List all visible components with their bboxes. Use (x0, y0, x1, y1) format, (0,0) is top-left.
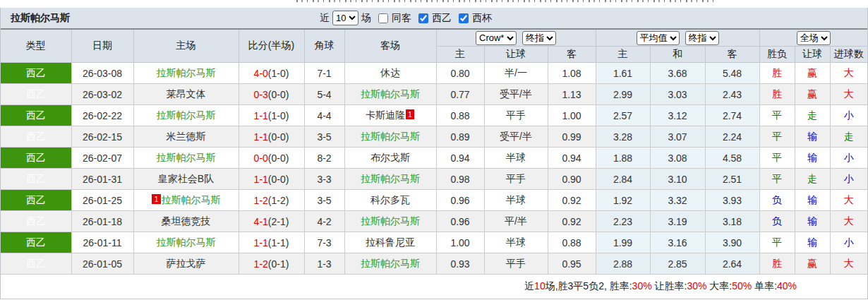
halftime-score: (1-1) (268, 237, 289, 248)
away-odds-cell: 0.90 (548, 169, 596, 190)
away-team-name: 拉斯帕尔马斯 (361, 88, 420, 100)
home-team-name: 拉斯帕尔马斯 (162, 194, 221, 205)
summary-segment: 让胜率: (652, 280, 687, 292)
date-cell: 26-02-22 (71, 105, 133, 126)
result-cell: 胜 (759, 63, 795, 84)
fulltime-score: 1-1 (254, 237, 268, 248)
summary-segment: 10 (534, 280, 545, 292)
team-title: 拉斯帕尔马斯 (1, 12, 70, 25)
home-team-name: 拉斯帕尔马斯 (157, 152, 216, 163)
match-row: 西乙26-02-15米兰德斯1-1(0-0)3-5拉斯帕尔马斯0.89受平/半0… (1, 126, 867, 148)
fulltime-score: 0-0 (254, 152, 268, 164)
summary-segment: 50% (732, 280, 752, 292)
odds-final-select[interactable]: 终指 (522, 31, 556, 45)
avg-home-cell: 1.88 (596, 148, 650, 169)
near-label: 近 (320, 12, 330, 25)
away-team-cell: 拉斯帕尔马斯 (344, 84, 436, 105)
home-team-cell: 拉斯帕尔马斯 (133, 105, 239, 126)
league-type-cell: 西乙 (1, 126, 71, 148)
date-cell: 26-01-25 (71, 190, 133, 211)
avg-draw-cell: 3.68 (650, 63, 705, 84)
league-type-cell: 西乙 (1, 169, 71, 190)
summary-segment: 场,胜3平5负2, 胜率: (545, 280, 632, 292)
result-cell: 负 (759, 211, 795, 232)
handicap-result-cell: 输 (795, 232, 830, 253)
score-cell: 0-0(0-0) (239, 148, 304, 169)
home-odds-cell: 0.77 (436, 84, 484, 105)
away-team-name: 拉斯帕尔马斯 (361, 258, 420, 269)
result-cell: 平 (759, 126, 795, 148)
home-team-cell: 皇家社会B队 (133, 169, 239, 190)
avg-away-cell: 2.74 (705, 105, 759, 126)
corner-cell: 7-3 (304, 232, 344, 253)
halftime-score: (1-2) (268, 195, 289, 206)
avg-home-cell: 2.23 (596, 211, 650, 232)
home-team-cell: 米兰德斯 (133, 126, 239, 148)
home-team-cell: 萨拉戈萨 (133, 253, 239, 275)
handicap-cell: 半球 (484, 148, 548, 169)
date-cell: 26-03-02 (71, 84, 133, 105)
handicap-cell: 半球 (484, 232, 548, 253)
match-count-select[interactable]: 10 (332, 11, 358, 25)
same-away-label: 同客 (392, 12, 411, 25)
league-checkbox[interactable] (418, 13, 428, 23)
halftime-score: (1-0) (268, 110, 289, 121)
home-odds-cell: 0.96 (436, 211, 484, 232)
score-cell: 1-1(1-0) (239, 105, 304, 126)
date-cell: 26-03-08 (71, 63, 133, 84)
goals-result-cell: 大 (830, 190, 867, 211)
same-away-checkbox[interactable] (378, 13, 388, 23)
fulltime-score: 1-2 (254, 258, 268, 270)
match-row: 西乙26-01-18桑坦德竞技4-1(2-1)4-2拉斯帕尔马斯0.96平/半0… (1, 211, 867, 232)
summary-footer: 近10场,胜3平5负2, 胜率:30% 让胜率:30% 大率:50% 单率:40… (1, 275, 867, 299)
cup-label: 西杯 (472, 12, 492, 25)
score-cell: 1-1(0-0) (239, 169, 304, 190)
avg-select[interactable]: 平均值 (637, 31, 680, 45)
cup-checkbox[interactable] (459, 13, 469, 23)
avg-home-cell: 2.84 (596, 169, 650, 190)
away-odds-cell: 0.99 (548, 126, 596, 148)
away-team-cell: 卡斯迪隆1 (344, 105, 436, 126)
avg-home-cell: 2.57 (596, 105, 650, 126)
goals-result-cell: 大 (830, 211, 867, 232)
corner-cell: 3-5 (304, 126, 344, 148)
handicap-cell: 半/一 (484, 63, 548, 84)
sub-col-header: 主 (596, 47, 650, 63)
away-team-cell: 拉斯帕尔马斯 (344, 211, 436, 232)
fulltime-score: 4-1 (254, 216, 268, 227)
filter-bar: 近 10 场 同客 西乙 西杯 (320, 8, 492, 28)
scope-select[interactable]: 全场 (797, 31, 831, 45)
avg-away-cell: 3.93 (705, 190, 759, 211)
goals-result-cell: 大 (830, 253, 867, 275)
home-team-name: 拉斯帕尔马斯 (157, 236, 216, 248)
home-odds-cell: 0.80 (436, 63, 484, 84)
avg-away-cell: 2.64 (705, 253, 759, 275)
home-odds-cell: 0.89 (436, 126, 484, 148)
home-team-name: 米兰德斯 (167, 131, 206, 142)
handicap-result-cell: 赢 (795, 84, 830, 105)
unit-label: 场 (361, 12, 371, 25)
avg-final-select[interactable]: 终指 (685, 31, 719, 45)
home-team-cell: 莱昂文体 (133, 84, 239, 105)
away-team-cell: 布尔戈斯 (344, 148, 436, 169)
red-card-badge: 1 (152, 194, 160, 204)
corner-cell: 3-5 (304, 190, 344, 211)
home-team-cell: 拉斯帕尔马斯 (133, 63, 239, 84)
odds-company-select[interactable]: Crow* (476, 31, 517, 45)
avg-home-cell: 2.99 (596, 84, 650, 105)
league-type-cell: 西乙 (1, 211, 71, 232)
league-type-cell: 西乙 (1, 105, 71, 126)
summary-segment: 30% (632, 280, 652, 292)
away-odds-cell: 0.94 (548, 148, 596, 169)
summary-segment: 大率: (706, 280, 732, 292)
home-team-cell: 拉斯帕尔马斯 (133, 148, 239, 169)
away-team-cell: 拉科鲁尼亚 (344, 232, 436, 253)
sub-col-header: 主 (436, 47, 484, 63)
home-team-name: 萨拉戈萨 (167, 258, 206, 269)
team-history-panel: 拉斯帕尔马斯 近 10 场 同客 西乙 西杯 类型 日期 (0, 8, 868, 299)
avg-home-cell: 1.92 (596, 190, 650, 211)
date-cell: 26-01-31 (71, 169, 133, 190)
avg-home-cell: 1.99 (596, 232, 650, 253)
home-team-cell: 桑坦德竞技 (133, 211, 239, 232)
halftime-score: (0-0) (268, 89, 289, 100)
